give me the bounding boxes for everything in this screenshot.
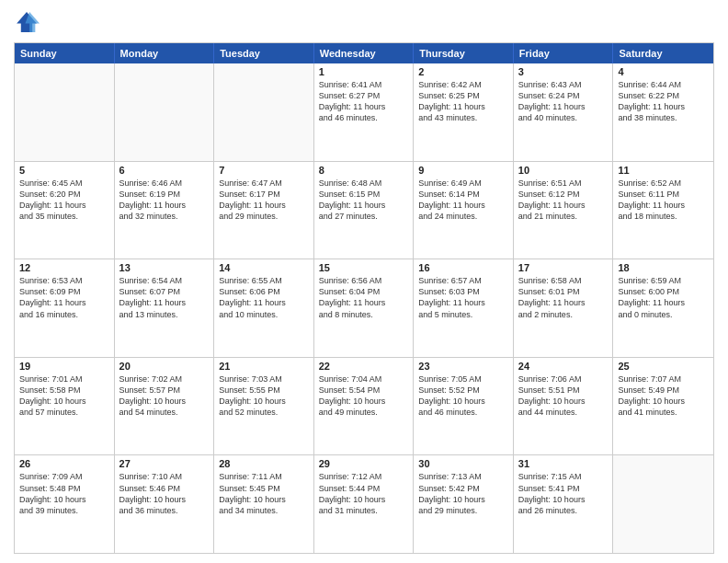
cal-cell-2-2: 14Sunrise: 6:55 AM Sunset: 6:06 PM Dayli… [214,259,314,357]
cal-row-0: 1Sunrise: 6:41 AM Sunset: 6:27 PM Daylig… [15,63,713,161]
cal-cell-0-1 [115,63,215,161]
cell-info: Sunrise: 7:01 AM Sunset: 5:58 PM Dayligh… [19,373,109,419]
cell-info: Sunrise: 6:42 AM Sunset: 6:25 PM Dayligh… [418,79,508,124]
cal-cell-1-3: 8Sunrise: 6:48 AM Sunset: 6:15 PM Daylig… [314,162,415,259]
cal-cell-1-1: 6Sunrise: 6:46 AM Sunset: 6:19 PM Daylig… [115,162,215,259]
cal-row-1: 5Sunrise: 6:45 AM Sunset: 6:20 PM Daylig… [15,161,713,259]
day-number: 2 [418,66,508,77]
day-number: 6 [119,165,210,176]
cal-cell-1-6: 11Sunrise: 6:52 AM Sunset: 6:11 PM Dayli… [613,162,713,259]
day-number: 13 [119,262,210,273]
day-number: 31 [518,458,609,469]
day-number: 3 [518,66,609,77]
cal-cell-0-0 [15,63,115,161]
cal-cell-4-1: 27Sunrise: 7:10 AM Sunset: 5:46 PM Dayli… [115,455,215,553]
cell-info: Sunrise: 6:54 AM Sunset: 6:07 PM Dayligh… [119,275,210,320]
cell-info: Sunrise: 7:07 AM Sunset: 5:49 PM Dayligh… [618,373,709,419]
cal-cell-2-3: 15Sunrise: 6:56 AM Sunset: 6:04 PM Dayli… [314,259,415,357]
day-number: 22 [319,361,409,372]
cal-cell-1-0: 5Sunrise: 6:45 AM Sunset: 6:20 PM Daylig… [15,162,115,259]
cal-cell-2-1: 13Sunrise: 6:54 AM Sunset: 6:07 PM Dayli… [115,259,215,357]
cal-cell-2-6: 18Sunrise: 6:59 AM Sunset: 6:00 PM Dayli… [613,259,713,357]
cal-cell-1-2: 7Sunrise: 6:47 AM Sunset: 6:17 PM Daylig… [214,162,314,259]
cal-header-thursday: Thursday [414,43,514,63]
day-number: 28 [219,458,309,469]
day-number: 12 [19,262,109,273]
day-number: 21 [219,361,309,372]
cal-cell-1-4: 9Sunrise: 6:49 AM Sunset: 6:14 PM Daylig… [414,162,514,259]
cal-header-friday: Friday [514,43,614,63]
cell-info: Sunrise: 6:59 AM Sunset: 6:00 PM Dayligh… [618,275,709,320]
cal-cell-0-2 [214,63,314,161]
cell-info: Sunrise: 7:12 AM Sunset: 5:44 PM Dayligh… [319,471,409,516]
cell-info: Sunrise: 7:09 AM Sunset: 5:48 PM Dayligh… [19,471,109,516]
cal-cell-2-5: 17Sunrise: 6:58 AM Sunset: 6:01 PM Dayli… [514,259,614,357]
cal-row-2: 12Sunrise: 6:53 AM Sunset: 6:09 PM Dayli… [15,259,713,357]
cal-cell-3-5: 24Sunrise: 7:06 AM Sunset: 5:51 PM Dayli… [514,358,614,455]
day-number: 25 [618,361,709,372]
day-number: 30 [418,458,508,469]
page: SundayMondayTuesdayWednesdayThursdayFrid… [0,0,728,563]
cal-cell-2-4: 16Sunrise: 6:57 AM Sunset: 6:03 PM Dayli… [414,259,514,357]
day-number: 26 [19,458,109,469]
day-number: 20 [119,361,210,372]
cal-cell-1-5: 10Sunrise: 6:51 AM Sunset: 6:12 PM Dayli… [514,162,614,259]
cell-info: Sunrise: 6:56 AM Sunset: 6:04 PM Dayligh… [319,275,409,320]
cell-info: Sunrise: 6:41 AM Sunset: 6:27 PM Dayligh… [319,79,409,124]
cal-cell-0-3: 1Sunrise: 6:41 AM Sunset: 6:27 PM Daylig… [314,63,415,161]
cal-header-monday: Monday [115,43,215,63]
cal-cell-4-2: 28Sunrise: 7:11 AM Sunset: 5:45 PM Dayli… [214,455,314,553]
day-number: 9 [418,165,508,176]
cal-cell-4-6 [613,455,713,553]
day-number: 11 [618,165,709,176]
cell-info: Sunrise: 7:11 AM Sunset: 5:45 PM Dayligh… [219,471,309,516]
day-number: 4 [618,66,709,77]
cell-info: Sunrise: 6:55 AM Sunset: 6:06 PM Dayligh… [219,275,309,320]
cell-info: Sunrise: 6:47 AM Sunset: 6:17 PM Dayligh… [219,178,309,223]
cal-header-saturday: Saturday [613,43,713,63]
header [14,9,714,35]
cal-row-3: 19Sunrise: 7:01 AM Sunset: 5:58 PM Dayli… [15,357,713,455]
cal-cell-3-1: 20Sunrise: 7:02 AM Sunset: 5:57 PM Dayli… [115,358,215,455]
cell-info: Sunrise: 6:48 AM Sunset: 6:15 PM Dayligh… [319,178,409,223]
cell-info: Sunrise: 6:49 AM Sunset: 6:14 PM Dayligh… [418,178,508,223]
cell-info: Sunrise: 7:03 AM Sunset: 5:55 PM Dayligh… [219,373,309,419]
calendar-header-row: SundayMondayTuesdayWednesdayThursdayFrid… [15,43,713,63]
day-number: 14 [219,262,309,273]
cal-header-wednesday: Wednesday [314,43,415,63]
day-number: 29 [319,458,409,469]
cal-cell-3-0: 19Sunrise: 7:01 AM Sunset: 5:58 PM Dayli… [15,358,115,455]
cal-cell-4-5: 31Sunrise: 7:15 AM Sunset: 5:41 PM Dayli… [514,455,614,553]
cal-cell-3-6: 25Sunrise: 7:07 AM Sunset: 5:49 PM Dayli… [613,358,713,455]
cell-info: Sunrise: 6:51 AM Sunset: 6:12 PM Dayligh… [518,178,609,223]
cal-header-tuesday: Tuesday [214,43,314,63]
cell-info: Sunrise: 6:58 AM Sunset: 6:01 PM Dayligh… [518,275,609,320]
cal-cell-0-6: 4Sunrise: 6:44 AM Sunset: 6:22 PM Daylig… [613,63,713,161]
cell-info: Sunrise: 7:05 AM Sunset: 5:52 PM Dayligh… [418,373,508,419]
day-number: 24 [518,361,609,372]
day-number: 8 [319,165,409,176]
cal-cell-4-0: 26Sunrise: 7:09 AM Sunset: 5:48 PM Dayli… [15,455,115,553]
cell-info: Sunrise: 6:46 AM Sunset: 6:19 PM Dayligh… [119,178,210,223]
cal-cell-0-5: 3Sunrise: 6:43 AM Sunset: 6:24 PM Daylig… [514,63,614,161]
logo-icon [14,9,40,35]
day-number: 10 [518,165,609,176]
cell-info: Sunrise: 6:57 AM Sunset: 6:03 PM Dayligh… [418,275,508,320]
cell-info: Sunrise: 7:13 AM Sunset: 5:42 PM Dayligh… [418,471,508,516]
calendar-body: 1Sunrise: 6:41 AM Sunset: 6:27 PM Daylig… [15,63,713,553]
cal-cell-3-2: 21Sunrise: 7:03 AM Sunset: 5:55 PM Dayli… [214,358,314,455]
cal-row-4: 26Sunrise: 7:09 AM Sunset: 5:48 PM Dayli… [15,454,713,553]
day-number: 15 [319,262,409,273]
logo [14,9,43,35]
cal-cell-4-3: 29Sunrise: 7:12 AM Sunset: 5:44 PM Dayli… [314,455,415,553]
cal-cell-2-0: 12Sunrise: 6:53 AM Sunset: 6:09 PM Dayli… [15,259,115,357]
cal-header-sunday: Sunday [15,43,115,63]
day-number: 19 [19,361,109,372]
day-number: 16 [418,262,508,273]
day-number: 18 [618,262,709,273]
day-number: 23 [418,361,508,372]
cell-info: Sunrise: 7:10 AM Sunset: 5:46 PM Dayligh… [119,471,210,516]
cell-info: Sunrise: 6:53 AM Sunset: 6:09 PM Dayligh… [19,275,109,320]
cal-cell-4-4: 30Sunrise: 7:13 AM Sunset: 5:42 PM Dayli… [414,455,514,553]
cal-cell-0-4: 2Sunrise: 6:42 AM Sunset: 6:25 PM Daylig… [414,63,514,161]
